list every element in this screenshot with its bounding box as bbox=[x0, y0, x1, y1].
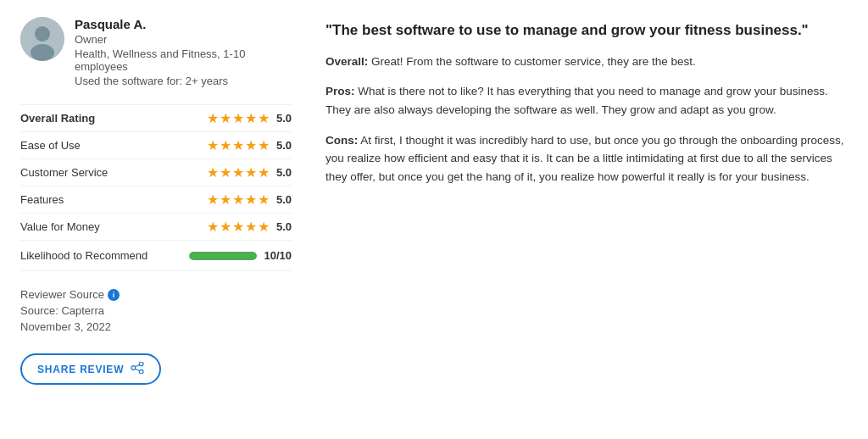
cons-label: Cons: bbox=[326, 134, 358, 147]
meta-section: Reviewer Source i Source: Capterra Novem… bbox=[20, 288, 292, 333]
avatar bbox=[20, 17, 64, 61]
rating-stars-ease: ★ ★ ★ ★ ★ 5.0 bbox=[207, 137, 292, 153]
svg-line-6 bbox=[136, 365, 140, 367]
rating-row-features: Features ★ ★ ★ ★ ★ 5.0 bbox=[20, 186, 292, 214]
reviewer-company: Health, Wellness and Fitness, 1-10 emplo… bbox=[75, 47, 292, 73]
svg-point-4 bbox=[140, 370, 144, 374]
rating-label-features: Features bbox=[20, 193, 64, 206]
rating-value-overall: 5.0 bbox=[276, 112, 292, 125]
review-date: November 3, 2022 bbox=[20, 320, 111, 333]
rating-value-value: 5.0 bbox=[276, 220, 292, 233]
svg-point-3 bbox=[140, 362, 144, 366]
svg-point-2 bbox=[31, 44, 54, 61]
review-pros-section: Pros: What is there not to like? It has … bbox=[326, 82, 848, 119]
rating-value-ease: 5.0 bbox=[276, 139, 292, 152]
rating-row-overall: Overall Rating ★ ★ ★ ★ ★ 5.0 bbox=[20, 104, 292, 132]
reviewer-source-row: Reviewer Source i bbox=[20, 288, 292, 301]
rating-label-overall: Overall Rating bbox=[20, 112, 95, 125]
cons-text: At first, I thought it was incredibly ha… bbox=[326, 134, 844, 183]
rating-stars-features: ★ ★ ★ ★ ★ 5.0 bbox=[207, 192, 292, 208]
svg-point-5 bbox=[131, 366, 136, 370]
rating-label-customer-service: Customer Service bbox=[20, 166, 108, 179]
review-headline: "The best software to use to manage and … bbox=[326, 20, 848, 41]
likelihood-progress-bar bbox=[189, 252, 257, 260]
progress-bar-fill bbox=[189, 252, 257, 260]
reviewer-usage: Used the software for: 2+ years bbox=[75, 75, 292, 87]
reviewer-info: Pasquale A. Owner Health, Wellness and F… bbox=[20, 17, 292, 87]
rating-row-value: Value for Money ★ ★ ★ ★ ★ 5.0 bbox=[20, 214, 292, 241]
review-body: Overall: Great! From the software to cus… bbox=[326, 53, 848, 186]
reviewer-source-label: Reviewer Source bbox=[20, 288, 104, 301]
pros-label: Pros: bbox=[326, 85, 355, 97]
source-value: Source: Capterra bbox=[20, 304, 104, 317]
rating-row-customer-service: Customer Service ★ ★ ★ ★ ★ 5.0 bbox=[20, 159, 292, 186]
rating-row-ease: Ease of Use ★ ★ ★ ★ ★ 5.0 bbox=[20, 132, 292, 159]
share-review-label: SHARE REVIEW bbox=[37, 364, 124, 375]
overall-label: Overall: bbox=[326, 55, 368, 68]
review-container: Pasquale A. Owner Health, Wellness and F… bbox=[0, 0, 868, 402]
rating-stars-value: ★ ★ ★ ★ ★ 5.0 bbox=[207, 219, 292, 235]
likelihood-right: 10/10 bbox=[189, 249, 292, 262]
reviewer-details: Pasquale A. Owner Health, Wellness and F… bbox=[75, 17, 292, 87]
rating-stars-overall: ★ ★ ★ ★ ★ 5.0 bbox=[207, 110, 292, 126]
share-review-button[interactable]: SHARE REVIEW bbox=[20, 353, 161, 385]
rating-label-value: Value for Money bbox=[20, 220, 100, 233]
rating-value-customer-service: 5.0 bbox=[276, 166, 292, 179]
pros-text: What is there not to like? It has everyt… bbox=[326, 85, 828, 116]
overall-text: Great! From the software to customer ser… bbox=[371, 55, 696, 68]
left-panel: Pasquale A. Owner Health, Wellness and F… bbox=[20, 17, 292, 385]
share-icon bbox=[131, 362, 144, 376]
likelihood-row: Likelihood to Recommend 10/10 bbox=[20, 241, 292, 271]
svg-line-7 bbox=[136, 369, 140, 370]
reviewer-title: Owner bbox=[75, 33, 292, 46]
date-row: November 3, 2022 bbox=[20, 320, 292, 333]
rating-value-features: 5.0 bbox=[276, 193, 292, 206]
rating-label-ease: Ease of Use bbox=[20, 139, 81, 152]
reviewer-name: Pasquale A. bbox=[75, 17, 292, 31]
rating-stars-customer-service: ★ ★ ★ ★ ★ 5.0 bbox=[207, 164, 292, 181]
review-overall-section: Overall: Great! From the software to cus… bbox=[326, 53, 848, 71]
info-icon[interactable]: i bbox=[108, 289, 120, 301]
svg-point-1 bbox=[35, 26, 50, 42]
right-panel: "The best software to use to manage and … bbox=[326, 17, 848, 385]
likelihood-value: 10/10 bbox=[264, 249, 292, 262]
ratings-section: Overall Rating ★ ★ ★ ★ ★ 5.0 Ease of Use bbox=[20, 104, 292, 271]
stars-overall: ★ ★ ★ ★ ★ bbox=[207, 110, 270, 126]
review-cons-section: Cons: At first, I thought it was incredi… bbox=[326, 131, 848, 186]
source-row: Source: Capterra bbox=[20, 304, 292, 317]
likelihood-label: Likelihood to Recommend bbox=[20, 249, 147, 262]
